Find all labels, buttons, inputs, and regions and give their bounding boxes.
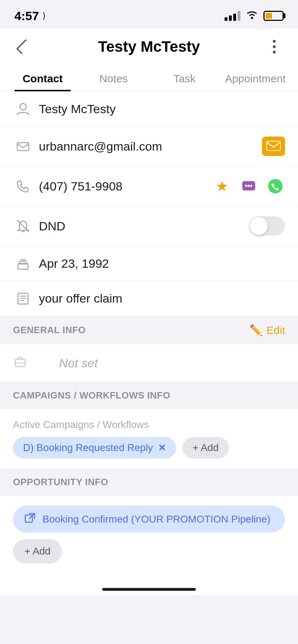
opportunity-chip[interactable]: Booking Confirmed (YOUR PROMOTION Pipeli… xyxy=(13,506,285,533)
general-info-header: GENERAL INFO ✏️ Edit xyxy=(0,316,298,344)
person-icon xyxy=(13,102,33,116)
home-indicator xyxy=(0,574,298,595)
campaigns-label: CAMPAIGNS / WORKFLOWS INFO xyxy=(13,390,170,401)
svg-point-8 xyxy=(268,179,283,193)
svg-point-17 xyxy=(24,259,26,260)
add-opportunity-label: + Add xyxy=(24,546,50,557)
edit-general-info-button[interactable]: ✏️ Edit xyxy=(249,324,285,336)
tab-task[interactable]: Task xyxy=(149,65,220,91)
tabs-bar: Contact Notes Task Appointment xyxy=(0,65,298,92)
not-set-label: Not set xyxy=(33,356,98,370)
svg-point-5 xyxy=(245,185,247,187)
back-chevron-icon xyxy=(16,39,31,54)
battery-icon xyxy=(263,11,284,21)
campaign-chip-text: D) Booking Requested Reply xyxy=(23,442,153,454)
signal-bars-icon xyxy=(225,11,240,21)
svg-point-16 xyxy=(22,259,24,260)
svg-point-7 xyxy=(250,185,252,187)
general-info-label: GENERAL INFO xyxy=(13,325,86,336)
contact-email-row: urbannarc@gmail.com xyxy=(0,126,298,166)
contact-phone-row: (407) 751-9908 ★ xyxy=(0,166,298,206)
svg-point-1 xyxy=(20,104,26,110)
add-opportunity-button[interactable]: + Add xyxy=(13,539,62,564)
more-options-button[interactable] xyxy=(263,36,285,58)
bell-off-icon xyxy=(13,219,33,233)
contact-name: Testy McTesty xyxy=(33,102,285,116)
svg-rect-2 xyxy=(17,143,29,151)
dnd-toggle-container xyxy=(249,216,285,236)
dnd-label: DND xyxy=(33,219,249,233)
svg-point-6 xyxy=(248,185,250,187)
dnd-row: DND xyxy=(0,206,298,246)
home-bar xyxy=(102,588,196,591)
message-button[interactable] xyxy=(239,176,258,196)
campaigns-header: CAMPAIGNS / WORKFLOWS INFO xyxy=(0,382,298,409)
email-actions xyxy=(262,137,285,156)
opportunity-chip-text: Booking Confirmed (YOUR PROMOTION Pipeli… xyxy=(42,514,270,525)
svg-point-15 xyxy=(21,259,22,260)
svg-point-0 xyxy=(251,17,253,19)
campaign-chip[interactable]: D) Booking Requested Reply ✕ xyxy=(13,437,176,459)
more-dot-icon xyxy=(273,40,276,43)
source-icon xyxy=(13,291,33,305)
campaign-remove-icon[interactable]: ✕ xyxy=(158,442,166,454)
campaign-chips-container: D) Booking Requested Reply ✕ + Add xyxy=(13,437,285,459)
birthday-row: Apr 23, 1992 xyxy=(0,246,298,281)
dnd-toggle[interactable] xyxy=(249,216,285,236)
toggle-knob xyxy=(250,217,268,235)
active-campaigns-label: Active Campaigns / Workflows xyxy=(13,419,285,431)
status-bar: 4:57 ⟩ xyxy=(0,0,298,29)
contact-phone: (407) 751-9908 xyxy=(33,179,212,193)
add-campaign-button[interactable]: + Add xyxy=(182,437,229,459)
tab-notes[interactable]: Notes xyxy=(78,65,149,91)
page-title: Testy McTesty xyxy=(35,38,263,55)
location-arrow-icon: ⟩ xyxy=(42,11,46,21)
pencil-icon: ✏️ xyxy=(249,324,263,336)
phone-actions: ★ xyxy=(212,176,285,196)
tab-contact[interactable]: Contact xyxy=(7,65,78,91)
status-icons xyxy=(225,9,284,23)
phone-icon xyxy=(13,179,33,193)
contact-name-row: Testy McTesty xyxy=(0,92,298,126)
general-info-not-set: Not set xyxy=(0,344,298,382)
tab-appointment[interactable]: Appointment xyxy=(220,65,291,91)
add-campaign-label: + Add xyxy=(193,442,218,454)
campaigns-content: Active Campaigns / Workflows D) Booking … xyxy=(0,409,298,469)
more-dot-icon xyxy=(273,45,276,48)
contact-birthday: Apr 23, 1992 xyxy=(33,257,285,271)
opportunity-content: Booking Confirmed (YOUR PROMOTION Pipeli… xyxy=(0,496,298,574)
wifi-icon xyxy=(245,9,258,23)
briefcase-icon xyxy=(13,354,33,372)
favorite-button[interactable]: ★ xyxy=(212,176,232,196)
opportunity-label: OPPORTUNITY INFO xyxy=(13,477,108,488)
external-link-icon xyxy=(24,512,36,526)
source-row: your offer claim xyxy=(0,281,298,316)
more-dot-icon xyxy=(273,51,276,54)
cake-icon xyxy=(13,256,33,271)
back-button[interactable] xyxy=(13,36,35,58)
opportunity-header: OPPORTUNITY INFO xyxy=(0,469,298,496)
send-email-button[interactable] xyxy=(262,137,285,156)
status-time: 4:57 xyxy=(14,9,39,23)
svg-rect-3 xyxy=(267,141,280,151)
battery-fill xyxy=(266,13,272,19)
svg-rect-24 xyxy=(25,515,32,522)
call-button[interactable] xyxy=(266,176,285,196)
contact-section: Testy McTesty urbannarc@gmail.com xyxy=(0,92,298,316)
contact-email: urbannarc@gmail.com xyxy=(33,139,262,153)
contact-source: your offer claim xyxy=(33,291,285,305)
header: Testy McTesty xyxy=(0,29,298,65)
mail-icon xyxy=(13,139,33,153)
